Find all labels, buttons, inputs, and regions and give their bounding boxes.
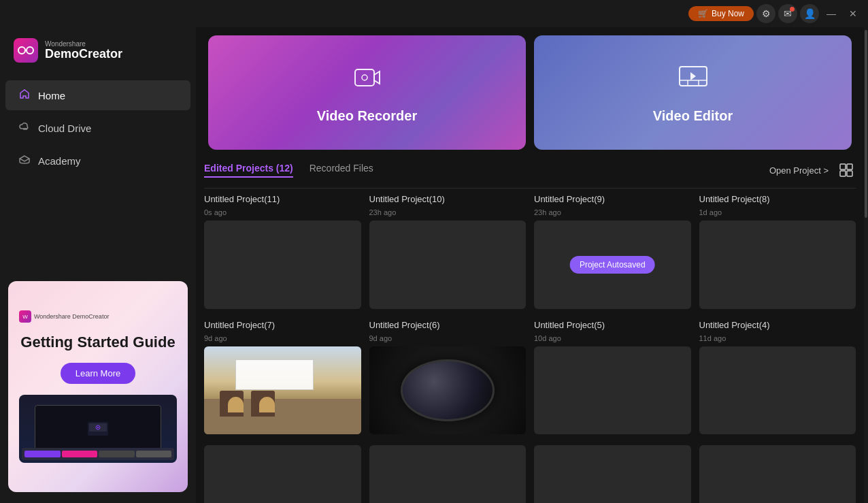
main-layout: Wondershare DemoCreator Home Cloud Drive bbox=[0, 27, 868, 503]
svg-rect-8 bbox=[355, 69, 374, 86]
academy-icon bbox=[19, 154, 30, 167]
buy-now-button[interactable]: 🛒 Buy Now bbox=[688, 6, 754, 21]
project-thumb-11 bbox=[204, 221, 361, 309]
project-title-11: Untitled Project(11) bbox=[204, 194, 361, 204]
project-time-7: 9d ago bbox=[204, 334, 361, 342]
svg-rect-17 bbox=[840, 171, 846, 176]
editor-icon bbox=[677, 61, 710, 100]
cart-icon: 🛒 bbox=[698, 9, 708, 18]
project-thumb-8 bbox=[699, 221, 856, 309]
sidebar-item-home[interactable]: Home bbox=[5, 80, 190, 110]
projects-divider bbox=[204, 188, 856, 189]
cloud-icon bbox=[19, 121, 30, 135]
projects-header: Edited Projects (12) Recorded Files Open… bbox=[204, 155, 856, 188]
projects-section: Edited Projects (12) Recorded Files Open… bbox=[196, 155, 864, 503]
promo-image bbox=[19, 395, 177, 463]
project-title-5: Untitled Project(5) bbox=[534, 320, 691, 330]
promo-timeline bbox=[22, 448, 174, 460]
project-thumb-3 bbox=[204, 445, 361, 503]
project-time-8: 1d ago bbox=[699, 208, 856, 216]
project-item-0 bbox=[699, 445, 856, 503]
buy-now-label: Buy Now bbox=[712, 9, 744, 18]
sidebar-item-cloud-drive-label: Cloud Drive bbox=[38, 123, 91, 134]
close-button[interactable]: ✕ bbox=[844, 4, 863, 23]
open-project-button[interactable]: Open Project > bbox=[769, 165, 829, 176]
grid-view-button[interactable] bbox=[837, 161, 856, 180]
project-thumb-10 bbox=[369, 221, 527, 309]
settings-icon[interactable]: ⚙ bbox=[756, 4, 775, 23]
project-item-2[interactable] bbox=[369, 445, 527, 503]
title-bar: 🛒 Buy Now ⚙ ✉ 👤 — ✕ bbox=[0, 0, 868, 27]
logo-area: Wondershare DemoCreator bbox=[0, 27, 196, 79]
promo-card: W Wondershare DemoCreator Getting Starte… bbox=[8, 281, 188, 492]
hero-cards: Video Recorder Video Editor bbox=[196, 27, 864, 155]
project-item-10[interactable]: Untitled Project(10) 23h ago bbox=[369, 194, 527, 309]
recorder-icon bbox=[351, 61, 384, 100]
project-thumb-7 bbox=[204, 346, 361, 435]
svg-point-9 bbox=[362, 75, 367, 80]
app-logo-icon bbox=[14, 38, 38, 63]
project-item-11[interactable]: Untitled Project(11) 0s ago bbox=[204, 194, 361, 309]
learn-more-button[interactable]: Learn More bbox=[61, 363, 135, 384]
project-time-9: 23h ago bbox=[534, 208, 691, 216]
svg-rect-15 bbox=[840, 164, 846, 169]
projects-grid: Untitled Project(11) 0s ago Untitled Pro… bbox=[204, 194, 856, 503]
project-title-7: Untitled Project(7) bbox=[204, 320, 361, 330]
minimize-button[interactable]: — bbox=[822, 4, 841, 23]
project-time-10: 23h ago bbox=[369, 208, 527, 216]
video-recorder-card[interactable]: Video Recorder bbox=[208, 35, 526, 150]
project-time-5: 10d ago bbox=[534, 334, 691, 342]
promo-screen bbox=[35, 405, 161, 453]
project-item-1[interactable] bbox=[534, 445, 691, 503]
camera-lens bbox=[401, 359, 495, 421]
project-time-6: 9d ago bbox=[369, 334, 527, 342]
project-title-9: Untitled Project(9) bbox=[534, 194, 691, 204]
sidebar-item-academy-label: Academy bbox=[38, 155, 81, 167]
video-recorder-label: Video Recorder bbox=[317, 108, 417, 124]
notif-dot bbox=[790, 7, 795, 12]
project-thumb-2 bbox=[369, 445, 527, 503]
logo-bottom: DemoCreator bbox=[45, 48, 122, 61]
tabs: Edited Projects (12) Recorded Files bbox=[204, 163, 373, 178]
promo-logo: W Wondershare DemoCreator bbox=[19, 310, 109, 323]
sidebar-item-academy[interactable]: Academy bbox=[5, 146, 190, 176]
project-item-7[interactable]: Untitled Project(7) 9d ago bbox=[204, 320, 361, 435]
project-item-3[interactable] bbox=[204, 445, 361, 503]
project-time-11: 0s ago bbox=[204, 208, 361, 216]
tab-recorded-files[interactable]: Recorded Files bbox=[310, 163, 373, 178]
project-title-8: Untitled Project(8) bbox=[699, 194, 856, 204]
project-item-4[interactable]: Untitled Project(4) 11d ago bbox=[699, 320, 856, 435]
project-time-4: 11d ago bbox=[699, 334, 856, 342]
autosaved-badge: Project Autosaved bbox=[570, 256, 655, 274]
project-thumb-5 bbox=[534, 346, 691, 435]
svg-rect-18 bbox=[847, 171, 852, 176]
svg-marker-14 bbox=[690, 72, 696, 80]
project-thumb-9: Project Autosaved bbox=[534, 221, 691, 309]
video-editor-card[interactable]: Video Editor bbox=[534, 35, 852, 150]
projects-actions: Open Project > bbox=[769, 161, 856, 180]
project-title-10: Untitled Project(10) bbox=[369, 194, 527, 204]
promo-logo-icon: W bbox=[19, 310, 31, 323]
logo-top: Wondershare bbox=[45, 40, 122, 48]
sidebar-item-home-label: Home bbox=[38, 90, 65, 101]
video-editor-label: Video Editor bbox=[653, 108, 733, 124]
svg-rect-16 bbox=[847, 164, 852, 169]
project-thumb-0 bbox=[699, 445, 856, 503]
content-area: Video Recorder Video Editor bbox=[196, 27, 864, 503]
home-icon bbox=[19, 88, 30, 102]
tab-edited-projects[interactable]: Edited Projects (12) bbox=[204, 163, 293, 178]
project-title-6: Untitled Project(6) bbox=[369, 320, 527, 330]
project-thumb-1 bbox=[534, 445, 691, 503]
project-thumb-4 bbox=[699, 346, 856, 435]
project-item-8[interactable]: Untitled Project(8) 1d ago bbox=[699, 194, 856, 309]
project-item-9[interactable]: Untitled Project(9) 23h ago Project Auto… bbox=[534, 194, 691, 309]
account-icon[interactable]: 👤 bbox=[800, 4, 819, 23]
project-thumb-6 bbox=[369, 346, 527, 435]
project-title-4: Untitled Project(4) bbox=[699, 320, 856, 330]
scrollbar[interactable] bbox=[864, 27, 868, 503]
project-item-5[interactable]: Untitled Project(5) 10d ago bbox=[534, 320, 691, 435]
notifications-icon[interactable]: ✉ bbox=[778, 4, 797, 23]
project-item-6[interactable]: Untitled Project(6) 9d ago bbox=[369, 320, 527, 435]
promo-title: Getting Started Guide bbox=[20, 334, 175, 351]
sidebar-item-cloud-drive[interactable]: Cloud Drive bbox=[5, 113, 190, 143]
